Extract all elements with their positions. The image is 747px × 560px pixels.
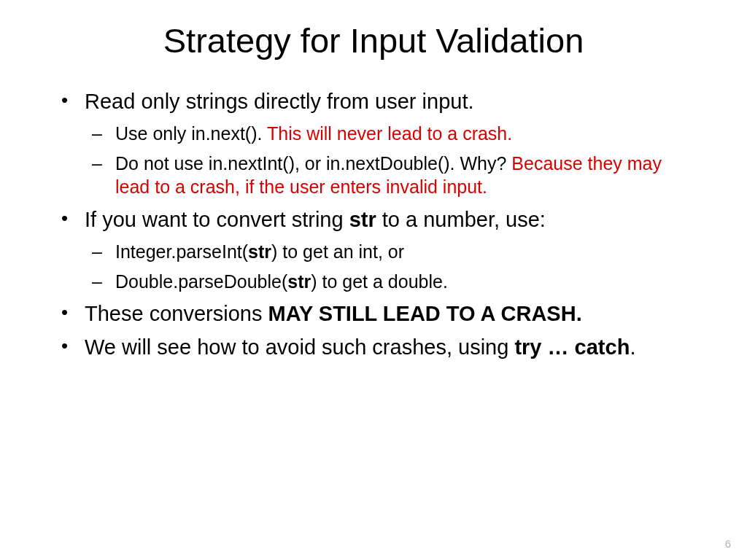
page-number: 6	[725, 537, 731, 550]
b1s1b: This will never lead to a crash.	[267, 123, 512, 144]
b1s1a: Use only in.next().	[115, 123, 267, 144]
bullet-2-sub-1: Integer.parseInt(str) to get an int, or	[115, 240, 689, 264]
b2s1c: ) to get an int, or	[271, 241, 404, 262]
b4t2: try … catch	[514, 335, 630, 359]
b2s2b: str	[287, 271, 311, 292]
bullet-4: We will see how to avoid such crashes, u…	[85, 334, 689, 360]
b4t1: We will see how to avoid such crashes, u…	[85, 335, 514, 359]
b2s2c: ) to get a double.	[311, 271, 448, 292]
bullet-1-sub-1: Use only in.next(). This will never lead…	[115, 122, 689, 146]
b4t3: .	[630, 335, 635, 359]
slide-title: Strategy for Input Validation	[58, 20, 689, 61]
slide: Strategy for Input Validation Read only …	[0, 0, 747, 560]
bullet-1-text: Read only strings directly from user inp…	[85, 90, 474, 113]
b2t2: str	[349, 208, 376, 231]
bullet-2-sub-2: Double.parseDouble(str) to get a double.	[115, 270, 689, 294]
bullet-1: Read only strings directly from user inp…	[85, 88, 689, 199]
bullet-1-sublist: Use only in.next(). This will never lead…	[85, 122, 689, 199]
b2s1a: Integer.parseInt(	[115, 241, 248, 262]
bullet-2: If you want to convert string str to a n…	[85, 206, 689, 293]
bullet-list: Read only strings directly from user inp…	[58, 88, 689, 361]
bullet-1-sub-2: Do not use in.nextInt(), or in.nextDoubl…	[115, 152, 689, 199]
b2s1b: str	[248, 241, 271, 262]
bullet-2-sublist: Integer.parseInt(str) to get an int, or …	[85, 240, 689, 293]
b2t3: to a number, use:	[376, 208, 546, 231]
b3t2: MAY STILL LEAD TO A CRASH.	[268, 302, 581, 325]
b2t1: If you want to convert string	[85, 208, 349, 231]
bullet-3: These conversions MAY STILL LEAD TO A CR…	[85, 300, 689, 327]
b2s2a: Double.parseDouble(	[115, 271, 287, 292]
b3t1: These conversions	[85, 302, 268, 325]
b1s2a: Do not use in.nextInt(), or in.nextDoubl…	[115, 153, 511, 174]
